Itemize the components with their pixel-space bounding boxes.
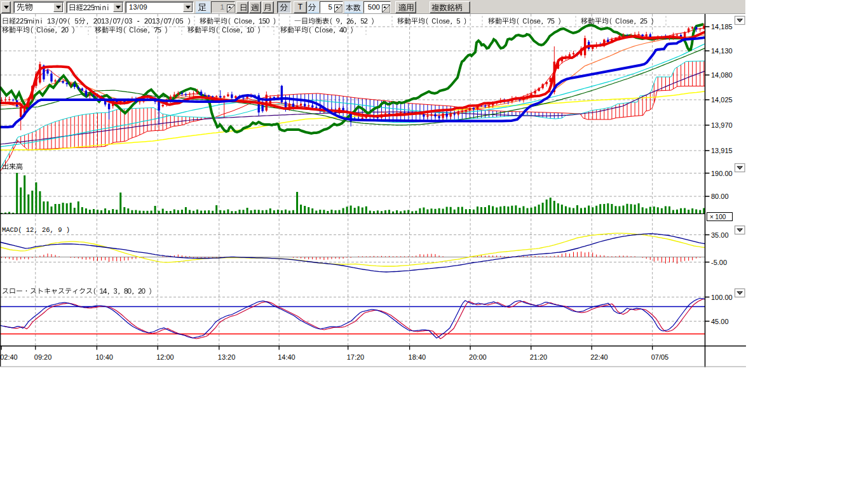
svg-text:17:20: 17:20 bbox=[347, 353, 365, 361]
svg-text:07/05: 07/05 bbox=[651, 353, 669, 361]
svg-text:MACD( 12, 26, 9 ): MACD( 12, 26, 9 ) bbox=[2, 226, 70, 234]
svg-text:100.00: 100.00 bbox=[711, 294, 733, 301]
svg-text:10:40: 10:40 bbox=[95, 353, 113, 361]
svg-text:80.00: 80.00 bbox=[711, 193, 729, 200]
svg-text:190.00: 190.00 bbox=[711, 170, 733, 177]
svg-text:21:20: 21:20 bbox=[530, 353, 548, 361]
svg-text:09:20: 09:20 bbox=[34, 353, 52, 361]
svg-text:14,185: 14,185 bbox=[711, 23, 733, 30]
svg-text:13,970: 13,970 bbox=[711, 121, 733, 129]
svg-text:20:00: 20:00 bbox=[469, 353, 487, 361]
svg-text:14,080: 14,080 bbox=[711, 71, 733, 79]
svg-text:45.00: 45.00 bbox=[711, 318, 729, 325]
svg-text:22:40: 22:40 bbox=[590, 353, 608, 361]
svg-text:14:40: 14:40 bbox=[278, 353, 295, 361]
svg-text:× 100: × 100 bbox=[710, 214, 726, 220]
svg-text:02:40: 02:40 bbox=[0, 353, 18, 361]
svg-text:14,130: 14,130 bbox=[711, 47, 733, 55]
svg-text:13,915: 13,915 bbox=[711, 147, 733, 154]
svg-text:12:00: 12:00 bbox=[156, 353, 174, 361]
svg-text:-5.00: -5.00 bbox=[711, 259, 727, 266]
svg-text:35.00: 35.00 bbox=[711, 231, 729, 239]
svg-text:13:20: 13:20 bbox=[218, 353, 236, 361]
svg-text:18:40: 18:40 bbox=[409, 353, 426, 361]
svg-text:14,025: 14,025 bbox=[711, 96, 733, 104]
